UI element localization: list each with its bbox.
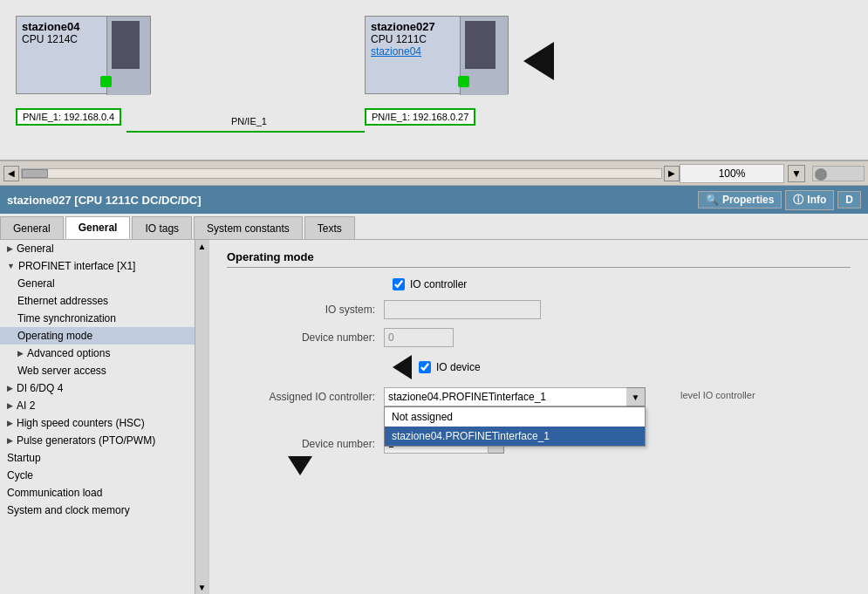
triangle-advanced: ▶ <box>17 349 24 358</box>
io-system-label: IO system: <box>227 304 384 316</box>
props-icon: 🔍 <box>706 194 719 206</box>
tab-io-tags[interactable]: IO tags <box>132 216 192 239</box>
sidebar-item-ai[interactable]: ▶ AI 2 <box>0 397 195 414</box>
io-system-input-container <box>384 300 851 319</box>
arrow-to-device2 <box>523 42 554 80</box>
io-controller-checkbox[interactable] <box>393 278 405 290</box>
device1-green-dot <box>100 76 112 87</box>
device-number2-label: Device number: <box>227 438 384 450</box>
assigned-io-label: Assigned IO controller: <box>227 391 384 403</box>
sidebar: ▶ General ▼ PROFINET interface [X1] Gene… <box>0 240 209 594</box>
sidebar-item-general-top[interactable]: ▶ General <box>0 240 195 257</box>
scroll-track[interactable] <box>21 168 662 179</box>
triangle-ai: ▶ <box>7 401 13 410</box>
tab-texts[interactable]: Texts <box>304 216 355 239</box>
scrollbar-area: ◀ ▶ ▼ <box>0 161 868 186</box>
tab-general-inner[interactable]: General <box>65 216 131 239</box>
arrow-to-device-num <box>288 456 312 475</box>
props-label: Properties <box>722 194 774 206</box>
sidebar-scroll-up[interactable]: ▲ <box>198 242 207 251</box>
dropdown-item-stazione04[interactable]: stazione04.PROFINETinterface_1 <box>385 427 645 446</box>
tabs-row: General General IO tags System constants… <box>0 214 868 240</box>
d-label: D <box>845 194 853 206</box>
sidebar-item-ethernet[interactable]: Ethernet addresses <box>0 292 195 310</box>
device-number-label: Device number: <box>227 331 384 344</box>
sidebar-item-time-sync[interactable]: Time synchronization <box>0 310 195 327</box>
io-controller-row: IO controller <box>227 278 851 290</box>
sidebar-item-advanced[interactable]: ▶ Advanced options <box>0 345 195 362</box>
assigned-io-row: Assigned IO controller: ▼ Not assigned s… <box>227 386 851 407</box>
props-title: stazione027 [CPU 1211C DC/DC/DC] <box>7 194 202 207</box>
sidebar-item-cycle[interactable]: Cycle <box>0 467 195 484</box>
level-io-label: level IO controller <box>680 390 755 400</box>
tab-general-outer[interactable]: General <box>0 216 64 239</box>
assigned-io-input <box>384 387 646 406</box>
io-device-label: IO device <box>436 361 481 373</box>
arrow-to-io-device <box>393 355 412 379</box>
assigned-io-dropdown[interactable]: ▼ Not assigned stazione04.PROFINETinterf… <box>384 387 646 406</box>
conn-label: PN/IE_1 <box>229 116 270 126</box>
triangle-profinet: ▼ <box>7 262 15 270</box>
tab-system-constants[interactable]: System constants <box>194 216 303 239</box>
scroll-right-btn[interactable]: ▶ <box>664 166 680 181</box>
io-controller-label: IO controller <box>410 278 467 290</box>
triangle-general-top: ▶ <box>7 244 13 253</box>
sidebar-item-startup[interactable]: Startup <box>0 449 195 467</box>
network-diagram: stazione04 CPU 1214C PN/IE_1: 192.168.0.… <box>0 0 868 161</box>
io-device-checkbox[interactable] <box>419 361 431 373</box>
zoom-input[interactable] <box>680 164 784 183</box>
assigned-io-dropdown-arrow[interactable]: ▼ <box>626 387 646 406</box>
section-title: Operating mode <box>227 250 851 268</box>
sidebar-item-operating-mode[interactable]: Operating mode <box>0 327 195 345</box>
zoom-area: ▼ <box>680 164 865 183</box>
io-device-row: IO device <box>227 355 851 379</box>
sidebar-item-webserver[interactable]: Web server access <box>0 362 195 379</box>
main-content: ▶ General ▼ PROFINET interface [X1] Gene… <box>0 240 868 594</box>
zoom-dropdown-btn[interactable]: ▼ <box>788 165 805 182</box>
props-btn[interactable]: 🔍 Properties <box>698 191 782 208</box>
info-btn[interactable]: ⓘ Info <box>785 190 834 210</box>
assigned-io-control: ▼ Not assigned stazione04.PROFINETinterf… <box>384 387 851 406</box>
io-system-row: IO system: <box>227 299 851 320</box>
connection-line <box>126 131 365 133</box>
device-stazione027[interactable]: stazione027 CPU 1211C stazione04 <box>365 16 509 94</box>
device-number-input[interactable] <box>384 328 454 347</box>
device-number-top-row: Device number: <box>227 327 851 348</box>
device-stazione04[interactable]: stazione04 CPU 1214C <box>16 16 151 94</box>
props-panel-header: stazione027 [CPU 1211C DC/DC/DC] 🔍 Prope… <box>0 186 868 214</box>
dropdown-item-not-assigned[interactable]: Not assigned <box>385 407 645 427</box>
scroll-left-btn[interactable]: ◀ <box>3 166 19 181</box>
ip-label-1: PN/IE_1: 192.168.0.4 <box>16 108 121 126</box>
sidebar-item-profinet[interactable]: ▼ PROFINET interface [X1] <box>0 257 195 275</box>
triangle-hsc: ▶ <box>7 419 13 427</box>
sidebar-item-general-sub[interactable]: General <box>0 275 195 292</box>
info-label: Info <box>807 194 826 206</box>
sidebar-item-pto[interactable]: ▶ Pulse generators (PTO/PWM) <box>0 432 195 449</box>
device2-green-dot <box>458 76 469 87</box>
ip-label-2: PN/IE_1: 192.168.0.27 <box>365 108 475 126</box>
assigned-io-popup: Not assigned stazione04.PROFINETinterfac… <box>384 406 646 447</box>
content-area: Operating mode IO controller IO system: … <box>209 240 868 594</box>
triangle-di-dq: ▶ <box>7 384 13 393</box>
info-icon: ⓘ <box>793 193 803 208</box>
sidebar-item-system-clock[interactable]: System and clock memory <box>0 502 195 519</box>
d-btn[interactable]: D <box>837 191 861 208</box>
sidebar-item-di-dq[interactable]: ▶ DI 6/DQ 4 <box>0 379 195 397</box>
sidebar-item-comm-load[interactable]: Communication load <box>0 484 195 502</box>
device-inner-1 <box>106 17 150 95</box>
sidebar-scroll-down[interactable]: ▼ <box>198 583 207 592</box>
io-system-input[interactable] <box>384 300 541 319</box>
triangle-pto: ▶ <box>7 436 13 445</box>
device-number-input-container <box>384 328 851 347</box>
sidebar-item-hsc[interactable]: ▶ High speed counters (HSC) <box>0 414 195 432</box>
